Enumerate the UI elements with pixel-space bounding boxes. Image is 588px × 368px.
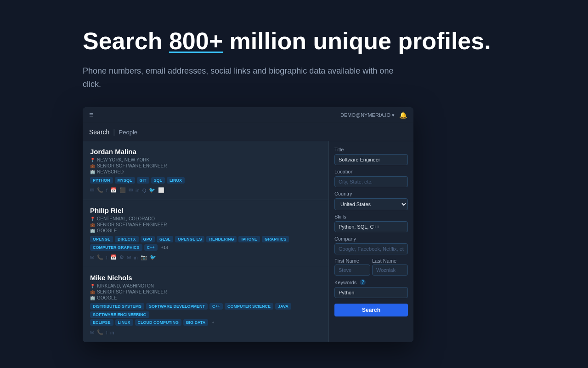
email-icon[interactable]: ✉ xyxy=(90,254,94,260)
tags-more-2[interactable]: +14 xyxy=(159,244,170,251)
instagram-icon[interactable]: 📷 xyxy=(141,254,147,260)
tag[interactable]: IPHONE xyxy=(238,236,260,242)
tag[interactable]: C++ xyxy=(144,244,158,251)
tag[interactable]: ECLIPSE xyxy=(90,319,113,326)
phone-icon[interactable]: 📞 xyxy=(97,329,103,335)
tag[interactable]: C++ xyxy=(209,303,223,310)
keywords-filter-input[interactable] xyxy=(334,287,408,298)
search-button[interactable]: Search xyxy=(334,304,408,316)
tag[interactable]: GRAPHICS xyxy=(262,236,289,242)
keywords-tooltip-icon[interactable]: ? xyxy=(360,279,366,285)
profile-title-2: 💼 SENIOR SOFTWARE ENGINEER xyxy=(90,222,321,227)
tag[interactable]: SOFTWARE DEVELOPMENT xyxy=(146,303,208,310)
bell-icon[interactable]: 🔔 xyxy=(399,111,407,119)
profile-name-2[interactable]: Philip Riel xyxy=(90,207,321,214)
github-icon[interactable]: ⬛ xyxy=(119,187,126,193)
tag[interactable]: CLOUD COMPUTING xyxy=(135,319,182,326)
firstname-filter-label: First Name xyxy=(334,258,370,264)
profile-location-3: 📍 KIRKLAND, WASHINGTON xyxy=(90,283,321,288)
calendar-icon[interactable]: 📅 xyxy=(110,187,117,193)
location-filter-group: Location xyxy=(334,169,408,187)
app-window: ≡ DEMO@NYMERIA.IO ▾ 🔔 Search | People Jo… xyxy=(83,107,413,342)
topbar-left: ≡ xyxy=(89,111,93,119)
results-panel: Jordan Malina 📍 NEW YORK, NEW YORK 💼 SEN… xyxy=(83,141,328,342)
demo-account-label[interactable]: DEMO@NYMERIA.IO ▾ xyxy=(340,112,395,118)
headline-prefix: Search xyxy=(83,28,169,54)
linkedin-icon[interactable]: in xyxy=(136,188,140,193)
profile-card-1: Jordan Malina 📍 NEW YORK, NEW YORK 💼 SEN… xyxy=(83,141,328,200)
company-filter-input[interactable] xyxy=(334,243,408,254)
app-searchbar: Search | People xyxy=(83,123,413,141)
tag[interactable]: SQL xyxy=(151,177,165,184)
facebook-icon[interactable]: f xyxy=(106,255,107,260)
tag[interactable]: COMPUTER SCIENCE xyxy=(225,303,273,310)
facebook-icon[interactable]: f xyxy=(106,330,107,335)
profile-title-1: 💼 SENIOR SOFTWARE ENGINEER xyxy=(90,163,321,168)
twitter-icon[interactable]: 🐦 xyxy=(149,187,155,193)
profile-name-3[interactable]: Mike Nichols xyxy=(90,274,321,282)
tag[interactable]: OPENGL xyxy=(90,236,113,242)
firstname-filter-input[interactable] xyxy=(334,264,370,276)
linkedin-icon[interactable]: in xyxy=(134,255,138,260)
tag[interactable]: MYSQL xyxy=(115,177,135,184)
headline-highlight: 800+ xyxy=(169,28,223,54)
filters-panel: Title Location Country United States Ski… xyxy=(328,141,413,342)
email-icon[interactable]: ✉ xyxy=(90,187,94,193)
profile-company-1: 🏢 NEWSCRED xyxy=(90,169,321,174)
tag[interactable]: LINUX xyxy=(167,177,185,184)
phone-icon[interactable]: 📞 xyxy=(97,254,103,260)
country-filter-select[interactable]: United States xyxy=(334,198,408,210)
tag[interactable]: LINUX xyxy=(115,319,133,326)
company-filter-label: Company xyxy=(334,236,408,242)
tag[interactable]: RENDERING xyxy=(206,236,237,242)
search-label: Search xyxy=(89,128,109,136)
company-icon-2: 🏢 xyxy=(90,229,95,233)
skills-filter-input[interactable] xyxy=(334,221,408,232)
profile-tags-3b: ECLIPSE LINUX CLOUD COMPUTING BIG DATA + xyxy=(90,319,321,326)
subtitle: Phone numbers, email addresses, social l… xyxy=(83,64,404,91)
tag[interactable]: PYTHON xyxy=(90,177,113,184)
profile-company-3: 🏢 GOOGLE xyxy=(90,295,321,300)
message-icon[interactable]: ✉ xyxy=(129,187,133,193)
message-icon[interactable]: ✉ xyxy=(127,254,131,260)
profile-actions-1: ✉ 📞 f 📅 ⬛ ✉ in Q 🐦 ⬜ xyxy=(90,187,321,193)
location-icon-1: 📍 xyxy=(90,158,95,162)
tag[interactable]: DISTRIBUTED SYSTEMS xyxy=(90,303,144,310)
location-filter-label: Location xyxy=(334,169,408,174)
tag[interactable]: DIRECTX xyxy=(115,236,139,242)
tag[interactable]: OPENGL ES xyxy=(175,236,204,242)
company-filter-group: Company xyxy=(334,236,408,254)
tag[interactable]: GIT xyxy=(137,177,149,184)
tag[interactable]: GPU xyxy=(141,236,155,242)
linkedin-icon[interactable]: in xyxy=(110,330,114,335)
profile-actions-3: ✉ 📞 f in xyxy=(90,329,321,335)
lastname-filter-input[interactable] xyxy=(372,264,408,276)
title-filter-label: Title xyxy=(334,147,408,152)
keywords-filter-group: Keywords ? xyxy=(334,279,408,298)
tag[interactable]: JAVA xyxy=(275,303,291,310)
location-icon-2: 📍 xyxy=(90,217,95,221)
title-filter-input[interactable] xyxy=(334,154,408,165)
name-filter-group: First Name Last Name xyxy=(334,258,408,276)
phone-icon[interactable]: 📞 xyxy=(97,187,103,193)
gear-icon[interactable]: ⚙ xyxy=(119,254,124,260)
tag[interactable]: SOFTWARE ENGINEERING xyxy=(90,311,149,318)
profile-actions-2: ✉ 📞 f 📅 ⚙ ✉ in 📷 🐦 xyxy=(90,254,321,260)
location-filter-input[interactable] xyxy=(334,176,408,187)
tag[interactable]: GLSL xyxy=(157,236,173,242)
topbar-right: DEMO@NYMERIA.IO ▾ 🔔 xyxy=(340,111,407,119)
tag[interactable]: BIG DATA xyxy=(183,319,208,326)
tag[interactable]: COMPUTER GRAPHICS xyxy=(90,244,142,251)
country-filter-label: Country xyxy=(334,191,408,196)
other-icon[interactable]: ⬜ xyxy=(158,187,164,193)
hamburger-icon[interactable]: ≡ xyxy=(89,111,93,119)
profile-card-3: Mike Nichols 📍 KIRKLAND, WASHINGTON 💼 SE… xyxy=(83,267,328,342)
calendar-icon[interactable]: 📅 xyxy=(110,254,117,260)
facebook-icon[interactable]: f xyxy=(106,188,107,193)
profile-name-1[interactable]: Jordan Malina xyxy=(90,148,321,155)
twitter-icon[interactable]: 🐦 xyxy=(150,254,156,260)
skills-filter-group: Skills xyxy=(334,214,408,232)
email-icon[interactable]: ✉ xyxy=(90,329,94,335)
tags-more-3[interactable]: + xyxy=(210,319,216,326)
quora-icon[interactable]: Q xyxy=(142,188,147,193)
